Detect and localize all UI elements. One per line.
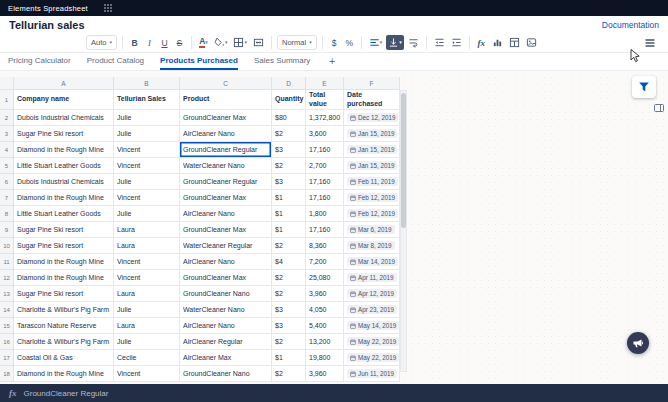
cell-style-select[interactable]: Normal ▾ bbox=[277, 35, 317, 50]
cell-E8[interactable]: 1,800 bbox=[306, 206, 344, 222]
cell-F10[interactable]: Mar 8, 2019 bbox=[344, 238, 400, 254]
indent-decrease-button[interactable] bbox=[432, 35, 447, 50]
cell-E9[interactable]: 17,160 bbox=[306, 222, 344, 238]
currency-format-button[interactable]: $ bbox=[328, 35, 341, 50]
cell-D18[interactable]: $2 bbox=[272, 366, 306, 382]
cell-D15[interactable]: $3 bbox=[272, 318, 306, 334]
row-number[interactable]: 1 bbox=[0, 90, 14, 110]
cell-C12[interactable]: GroundCleaner Max bbox=[180, 270, 272, 286]
cell-D9[interactable]: $1 bbox=[272, 222, 306, 238]
header-cell-C[interactable]: Product bbox=[180, 90, 272, 110]
font-size-select[interactable]: Auto ▾ bbox=[86, 35, 117, 50]
cell-B3[interactable]: Julie bbox=[114, 126, 180, 142]
cell-B17[interactable]: Cecile bbox=[114, 350, 180, 366]
insert-table-button[interactable] bbox=[507, 35, 522, 50]
cell-B8[interactable]: Julie bbox=[114, 206, 180, 222]
row-number[interactable]: 13 bbox=[0, 286, 14, 302]
cell-B16[interactable]: Julie bbox=[114, 334, 180, 350]
cell-C16[interactable]: AirCleaner Regular bbox=[180, 334, 272, 350]
column-letter-B[interactable]: B bbox=[114, 77, 180, 90]
cell-D10[interactable]: $2 bbox=[272, 238, 306, 254]
cell-D5[interactable]: $2 bbox=[272, 158, 306, 174]
cell-E4[interactable]: 17,160 bbox=[306, 142, 344, 158]
cell-D17[interactable]: $1 bbox=[272, 350, 306, 366]
cell-B12[interactable]: Vincent bbox=[114, 270, 180, 286]
align-left-button[interactable]: ▾ bbox=[367, 35, 385, 50]
row-number[interactable]: 4 bbox=[0, 142, 14, 158]
cell-F12[interactable]: Apr 11, 2019 bbox=[344, 270, 400, 286]
column-letter-A[interactable]: A bbox=[14, 77, 114, 90]
underline-button[interactable]: U bbox=[158, 35, 171, 50]
cell-F8[interactable]: Feb 12, 2019 bbox=[344, 206, 400, 222]
feedback-button[interactable] bbox=[627, 332, 649, 354]
borders-button[interactable]: ▾ bbox=[231, 35, 249, 50]
cell-D14[interactable]: $3 bbox=[272, 302, 306, 318]
cell-B14[interactable]: Julie bbox=[114, 302, 180, 318]
cell-C14[interactable]: WaterCleaner Nano bbox=[180, 302, 272, 318]
cell-A17[interactable]: Coastal Oil & Gas bbox=[14, 350, 114, 366]
cell-F3[interactable]: Jan 15, 2019 bbox=[344, 126, 400, 142]
insert-chart-button[interactable] bbox=[490, 35, 505, 50]
row-number[interactable]: 2 bbox=[0, 110, 14, 126]
wrap-text-button[interactable] bbox=[406, 35, 421, 50]
cell-F5[interactable]: Jan 15, 2019 bbox=[344, 158, 400, 174]
cell-E3[interactable]: 3,600 bbox=[306, 126, 344, 142]
toolbar-overflow-menu-button[interactable] bbox=[642, 35, 658, 50]
cell-C8[interactable]: AirCleaner Nano bbox=[180, 206, 272, 222]
row-number[interactable]: 3 bbox=[0, 126, 14, 142]
cell-C4[interactable]: GroundCleaner Regular bbox=[180, 142, 272, 158]
cell-C18[interactable]: GroundCleaner Nano bbox=[180, 366, 272, 382]
cell-A15[interactable]: Tarascon Nature Reserve bbox=[14, 318, 114, 334]
tab-products-purchased[interactable]: Products Purchased bbox=[160, 53, 238, 70]
header-cell-A[interactable]: Company name bbox=[14, 90, 114, 110]
header-cell-F[interactable]: Date purchased bbox=[344, 90, 400, 110]
header-cell-B[interactable]: Tellurian Sales bbox=[114, 90, 180, 110]
row-number[interactable]: 9 bbox=[0, 222, 14, 238]
text-color-button[interactable]: A ▾ bbox=[197, 35, 210, 50]
cell-E6[interactable]: 17,160 bbox=[306, 174, 344, 190]
cell-F9[interactable]: Mar 6, 2019 bbox=[344, 222, 400, 238]
cell-E5[interactable]: 2,700 bbox=[306, 158, 344, 174]
row-number[interactable]: 10 bbox=[0, 238, 14, 254]
fill-color-button[interactable]: ▾ bbox=[212, 35, 230, 50]
vertical-scrollbar[interactable] bbox=[400, 90, 407, 372]
cell-F2[interactable]: Dec 12, 2019 bbox=[344, 110, 400, 126]
row-number[interactable]: 7 bbox=[0, 190, 14, 206]
insert-function-button[interactable]: fx bbox=[475, 35, 488, 50]
cell-E16[interactable]: 13,200 bbox=[306, 334, 344, 350]
cell-A18[interactable]: Diamond in the Rough Mine bbox=[14, 366, 114, 382]
row-number[interactable]: 18 bbox=[0, 366, 14, 382]
cell-B4[interactable]: Vincent bbox=[114, 142, 180, 158]
tab-product-catalog[interactable]: Product Catalog bbox=[87, 53, 144, 70]
cell-A2[interactable]: Dubois Industrial Chemicals bbox=[14, 110, 114, 126]
insert-image-button[interactable] bbox=[524, 35, 539, 50]
cell-F17[interactable]: May 22, 2019 bbox=[344, 350, 400, 366]
cell-B9[interactable]: Laura bbox=[114, 222, 180, 238]
column-letter-F[interactable]: F bbox=[344, 77, 400, 90]
cell-A13[interactable]: Sugar Pine Ski resort bbox=[14, 286, 114, 302]
cell-F13[interactable]: Apr 12, 2019 bbox=[344, 286, 400, 302]
cell-C17[interactable]: AirCleaner Max bbox=[180, 350, 272, 366]
cell-D12[interactable]: $2 bbox=[272, 270, 306, 286]
cell-F14[interactable]: Apr 23, 2019 bbox=[344, 302, 400, 318]
row-number[interactable]: 11 bbox=[0, 254, 14, 270]
cell-A14[interactable]: Charlotte & Wilbur's Pig Farm bbox=[14, 302, 114, 318]
bold-button[interactable]: B bbox=[128, 35, 141, 50]
cell-F7[interactable]: Feb 12, 2019 bbox=[344, 190, 400, 206]
filter-button[interactable] bbox=[632, 76, 656, 98]
merge-cells-button[interactable] bbox=[251, 35, 266, 50]
column-letter-E[interactable]: E bbox=[306, 77, 344, 90]
cell-E14[interactable]: 4,050 bbox=[306, 302, 344, 318]
cell-F15[interactable]: May 14, 2019 bbox=[344, 318, 400, 334]
vertical-align-button[interactable]: ▾ bbox=[386, 35, 404, 50]
cell-B13[interactable]: Laura bbox=[114, 286, 180, 302]
cell-C3[interactable]: AirCleaner Nano bbox=[180, 126, 272, 142]
row-number[interactable]: 15 bbox=[0, 318, 14, 334]
cell-E7[interactable]: 17,160 bbox=[306, 190, 344, 206]
cell-D6[interactable]: $3 bbox=[272, 174, 306, 190]
cell-B11[interactable]: Vincent bbox=[114, 254, 180, 270]
cell-B2[interactable]: Julie bbox=[114, 110, 180, 126]
row-number[interactable]: 5 bbox=[0, 158, 14, 174]
cell-A10[interactable]: Sugar Pine Ski resort bbox=[14, 238, 114, 254]
cell-A4[interactable]: Diamond in the Rough Mine bbox=[14, 142, 114, 158]
